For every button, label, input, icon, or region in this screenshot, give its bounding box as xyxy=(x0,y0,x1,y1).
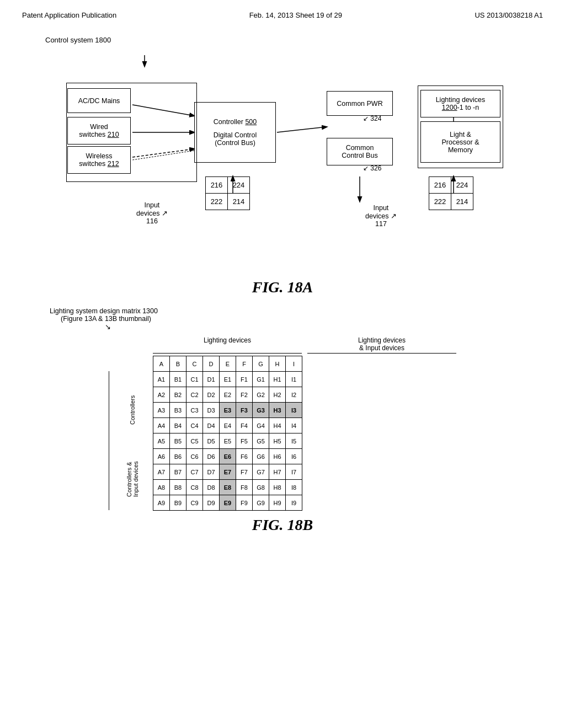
cell-h1: H1 xyxy=(269,372,286,387)
col-headers: Lighting devices Lighting devices& Input… xyxy=(153,336,456,354)
cell-h6: H6 xyxy=(269,449,286,464)
cell-a7: A7 xyxy=(153,464,170,480)
cell-e5: E5 xyxy=(220,433,236,449)
controllers-label-area: Controllers xyxy=(109,371,153,448)
cell-c1: C1 xyxy=(186,372,203,387)
table-row: A6B6C6D6E6F6G6H6I6 xyxy=(153,449,302,464)
cell-e7: E7 xyxy=(220,464,236,480)
cell-e4: E4 xyxy=(220,418,236,433)
cell-a9: A9 xyxy=(153,495,170,511)
cell-g3: G3 xyxy=(253,403,269,418)
cell-g7: G7 xyxy=(253,464,269,480)
cell-g6: G6 xyxy=(253,449,269,464)
cell-h3: H3 xyxy=(269,403,286,418)
cell-c5: C5 xyxy=(186,433,203,449)
label-326: ↙ 326 xyxy=(363,164,381,172)
cell-b9: B9 xyxy=(170,495,186,511)
cell-h9: H9 xyxy=(269,495,286,511)
cell-h8: H8 xyxy=(269,480,286,495)
cell-b3: B3 xyxy=(170,403,186,418)
cell-i2: I2 xyxy=(286,387,302,403)
header-center: Feb. 14, 2013 Sheet 19 of 29 xyxy=(249,11,342,19)
cell-e9: E9 xyxy=(220,495,236,511)
cell-d7: D7 xyxy=(203,464,220,480)
cell-d3: D3 xyxy=(203,403,220,418)
cell-g8: G8 xyxy=(253,480,269,495)
cell-d1: D1 xyxy=(203,372,220,387)
label-324: ↙ 324 xyxy=(363,115,381,122)
cell-g2: G2 xyxy=(253,387,269,403)
matrix-wrapper: Lighting devices Lighting devices& Input… xyxy=(22,336,543,511)
cell-h7: H7 xyxy=(269,464,286,480)
cell-f4: F4 xyxy=(236,418,253,433)
cell-b8: B8 xyxy=(170,480,186,495)
cell-i6: I6 xyxy=(286,449,302,464)
cell-b2: B2 xyxy=(170,387,186,403)
cell-g9: G9 xyxy=(253,495,269,511)
cell-i7: I7 xyxy=(286,464,302,480)
cell-d2: D2 xyxy=(203,387,220,403)
page-header: Patent Application Publication Feb. 14, … xyxy=(22,11,543,19)
diagram-18a: Control system 1800 xyxy=(34,30,531,273)
cell-h5: H5 xyxy=(269,433,286,449)
cell-b6: B6 xyxy=(170,449,186,464)
cell-e1: E1 xyxy=(220,372,236,387)
cell-f3: F3 xyxy=(236,403,253,418)
cell-g1: G1 xyxy=(253,372,269,387)
cell-f1: F1 xyxy=(236,372,253,387)
grid-area: Controllers Controllers &Input devices A… xyxy=(109,356,302,511)
cell-a8: A8 xyxy=(153,480,170,495)
fig18b-title: Lighting system design matrix 1300 (Figu… xyxy=(50,307,543,331)
cell-d5: D5 xyxy=(203,433,220,449)
row-labels: Controllers Controllers &Input devices xyxy=(109,356,153,511)
cell-d8: D8 xyxy=(203,480,220,495)
cell-a2: A2 xyxy=(153,387,170,403)
svg-line-1 xyxy=(132,105,194,116)
cell-a3: A3 xyxy=(153,403,170,418)
table-row: A4B4C4D4E4F4G4H4I4 xyxy=(153,418,302,433)
wireless-switches-box: Wirelessswitches 212 xyxy=(67,146,131,174)
svg-line-5 xyxy=(277,127,327,132)
table-row: A2B2C2D2E2F2G2H2I2 xyxy=(153,387,302,403)
cell-i9: I9 xyxy=(286,495,302,511)
cell-b7: B7 xyxy=(170,464,186,480)
cell-h4: H4 xyxy=(269,418,286,433)
page: Patent Application Publication Feb. 14, … xyxy=(0,0,565,728)
cell-f5: F5 xyxy=(236,433,253,449)
cell-c8: C8 xyxy=(186,480,203,495)
cell-c2: C2 xyxy=(186,387,203,403)
grid-table: ABCDEFGHIA1B1C1D1E1F1G1H1I1A2B2C2D2E2F2G… xyxy=(153,356,302,511)
cell-c4: C4 xyxy=(186,418,203,433)
cell-g5: G5 xyxy=(253,433,269,449)
cell-c3: C3 xyxy=(186,403,203,418)
controllers-label: Controllers xyxy=(109,371,153,448)
table-row: A3B3C3D3E3F3G3H3I3 xyxy=(153,403,302,418)
cell-e2: E2 xyxy=(220,387,236,403)
input-devices-right-label: Inputdevices ↗117 xyxy=(365,204,397,228)
table-row: A5B5C5D5E5F5G5H5I5 xyxy=(153,433,302,449)
input-grid-right: 216 224 222 214 xyxy=(429,176,473,210)
common-pwr-box: Common PWR xyxy=(327,91,393,116)
cell-a1: A1 xyxy=(153,372,170,387)
wired-switches-box: Wiredswitches 210 xyxy=(67,117,131,144)
cell-a6: A6 xyxy=(153,449,170,464)
input-grid-left: 216 224 222 214 xyxy=(205,176,250,210)
table-row: A9B9C9D9E9F9G9H9I9 xyxy=(153,495,302,511)
col-header-lighting: Lighting devices xyxy=(153,336,302,354)
cell-c7: C7 xyxy=(186,464,203,480)
cell-e6: E6 xyxy=(220,449,236,464)
cell-f6: F6 xyxy=(236,449,253,464)
acdc-box: AC/DC Mains xyxy=(67,88,131,113)
cell-f2: F2 xyxy=(236,387,253,403)
cell-i4: I4 xyxy=(286,418,302,433)
input-devices-left-label: Inputdevices ↗116 xyxy=(136,201,168,225)
controller-box: Controller 500 Digital Control(Control B… xyxy=(194,102,276,163)
cell-i8: I8 xyxy=(286,480,302,495)
cell-b5: B5 xyxy=(170,433,186,449)
fig18a-label: FIG. 18A xyxy=(22,279,543,296)
cell-b1: B1 xyxy=(170,372,186,387)
matrix-layout: Lighting devices Lighting devices& Input… xyxy=(109,336,456,511)
common-control-bus-box: CommonControl Bus xyxy=(327,138,393,165)
cell-d9: D9 xyxy=(203,495,220,511)
cell-g4: G4 xyxy=(253,418,269,433)
